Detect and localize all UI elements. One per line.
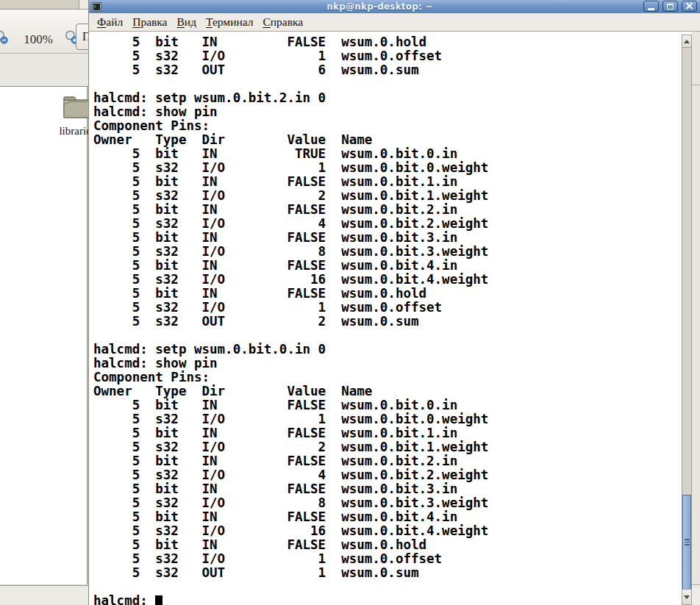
folder-icon[interactable] xyxy=(63,93,92,123)
minimize-icon xyxy=(648,8,654,10)
prompt-text: halcmd: xyxy=(93,593,148,605)
close-icon xyxy=(686,3,693,10)
maximize-button[interactable] xyxy=(662,1,678,12)
titlebar[interactable]: nkp@nkp-desktop: ~ xyxy=(89,0,700,14)
scrollbar[interactable] xyxy=(682,35,692,605)
menu-file[interactable]: Файл xyxy=(97,15,123,29)
window-right-margin xyxy=(692,32,700,605)
menubar: Файл Правка Вид Терминал Справка xyxy=(89,13,700,32)
arrow-down-icon xyxy=(684,595,690,599)
thumb-grip xyxy=(685,544,690,545)
close-button[interactable] xyxy=(682,1,697,12)
prompt-line: halcmd: xyxy=(93,594,162,605)
menu-view[interactable]: Вид xyxy=(177,15,197,29)
terminal-content[interactable]: 5 bit IN FALSE wsum.0.hold 5 s32 I/O 1 w… xyxy=(89,32,700,605)
margin-line xyxy=(692,584,700,585)
terminal-output: 5 bit IN FALSE wsum.0.hold 5 s32 I/O 1 w… xyxy=(89,32,700,580)
window-controls xyxy=(643,1,697,12)
margin-lower xyxy=(692,585,700,605)
zoom-out-button[interactable] xyxy=(0,29,9,48)
thumb-grip xyxy=(685,542,690,543)
scrollbar-thumb[interactable] xyxy=(682,495,691,590)
margin-line xyxy=(692,85,700,85)
scroll-up-button[interactable] xyxy=(682,35,691,48)
scroll-down-button[interactable] xyxy=(682,589,691,604)
window-title: nkp@nkp-desktop: ~ xyxy=(89,1,671,12)
menu-help[interactable]: Справка xyxy=(262,15,303,29)
minimize-button[interactable] xyxy=(643,1,659,12)
text-cursor xyxy=(155,595,162,605)
menu-edit[interactable]: Правка xyxy=(132,15,167,29)
background-file-pane: libraries xyxy=(0,87,88,584)
maximize-icon xyxy=(667,4,674,10)
arrow-up-icon xyxy=(684,40,690,43)
desktop: 100% П libraries xyxy=(0,0,700,605)
magnifier-minus-icon xyxy=(0,29,9,45)
zoom-level-value: 100% xyxy=(18,32,59,47)
thumb-grip xyxy=(685,539,690,540)
terminal-window: nkp@nkp-desktop: ~ Файл Правка Вид Терми… xyxy=(88,0,700,605)
menu-terminal[interactable]: Терминал xyxy=(206,15,253,29)
